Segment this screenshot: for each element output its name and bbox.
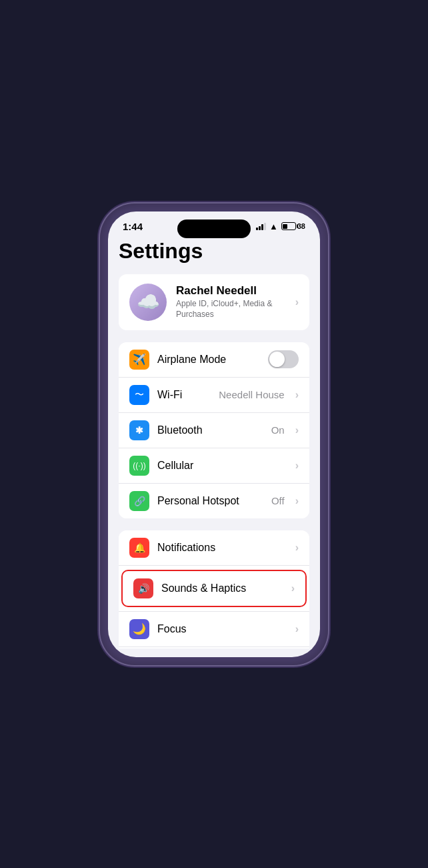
bluetooth-label: Bluetooth <box>157 424 263 436</box>
hotspot-row[interactable]: 🔗 Personal Hotspot Off › <box>119 484 309 518</box>
profile-row[interactable]: ☁️ Rachel Needell Apple ID, iCloud+, Med… <box>119 274 309 330</box>
bluetooth-row[interactable]: ✱ Bluetooth On › <box>119 413 309 448</box>
profile-name: Rachel Needell <box>176 284 286 298</box>
wifi-row[interactable]: 〜 Wi-Fi Needell House › <box>119 378 309 413</box>
toggle-thumb <box>269 352 285 367</box>
focus-label: Focus <box>157 623 287 635</box>
wifi-value: Needell House <box>219 389 284 400</box>
page-title: Settings <box>119 236 309 264</box>
airplane-mode-label: Airplane Mode <box>157 354 260 366</box>
status-time: 1:44 <box>123 221 143 232</box>
focus-row[interactable]: 🌙 Focus › <box>119 612 309 647</box>
battery-icon <box>281 222 296 230</box>
sounds-haptics-icon: 🔊 <box>133 578 153 598</box>
airplane-mode-row[interactable]: ✈️ Airplane Mode <box>119 342 309 378</box>
cellular-row[interactable]: ((·)) Cellular › <box>119 448 309 484</box>
phone-frame: 1:44 ▲ 38 Settings <box>100 203 328 665</box>
notifications-chevron-icon: › <box>295 542 299 554</box>
airplane-mode-icon: ✈️ <box>129 350 149 370</box>
notifications-icon: 🔔 <box>129 538 149 558</box>
sounds-haptics-label: Sounds & Haptics <box>161 582 283 594</box>
cellular-label: Cellular <box>157 460 287 472</box>
cellular-icon: ((·)) <box>129 456 149 476</box>
avatar: ☁️ <box>129 284 167 321</box>
bluetooth-value: On <box>271 424 285 436</box>
profile-info: Rachel Needell Apple ID, iCloud+, Media … <box>176 284 286 320</box>
sounds-haptics-row[interactable]: 🔊 Sounds & Haptics › <box>121 570 307 607</box>
battery-percentage: 38 <box>297 222 305 230</box>
profile-chevron-icon: › <box>295 296 299 308</box>
wifi-status-icon: ▲ <box>269 222 278 232</box>
phone-screen: 1:44 ▲ 38 Settings <box>108 211 320 657</box>
wifi-chevron-icon: › <box>295 389 299 401</box>
hotspot-label: Personal Hotspot <box>157 495 263 507</box>
bluetooth-icon: ✱ <box>129 420 149 440</box>
status-icons: ▲ 38 <box>256 222 305 232</box>
sounds-haptics-chevron-icon: › <box>291 582 295 594</box>
profile-card[interactable]: ☁️ Rachel Needell Apple ID, iCloud+, Med… <box>119 274 309 330</box>
notifications-row[interactable]: 🔔 Notifications › <box>119 530 309 566</box>
cellular-chevron-icon: › <box>295 460 299 472</box>
hotspot-icon: 🔗 <box>129 491 149 511</box>
network-section: ✈️ Airplane Mode 〜 Wi-Fi Needell House ›… <box>119 342 309 518</box>
settings-section-1: 🔔 Notifications › 🔊 Sounds & Haptics › 🌙… <box>119 530 309 648</box>
wifi-icon: 〜 <box>129 385 149 405</box>
battery-indicator: 38 <box>281 222 305 230</box>
profile-subtitle: Apple ID, iCloud+, Media & Purchases <box>176 299 286 320</box>
wifi-label: Wi-Fi <box>157 389 211 401</box>
dynamic-island <box>177 220 251 238</box>
focus-chevron-icon: › <box>295 623 299 635</box>
screen-time-row[interactable]: ⏳ Screen Time › <box>119 647 309 648</box>
focus-icon: 🌙 <box>129 619 149 639</box>
bluetooth-chevron-icon: › <box>295 424 299 436</box>
signal-bars-icon <box>256 222 266 230</box>
hotspot-chevron-icon: › <box>295 495 299 507</box>
airplane-mode-toggle[interactable] <box>268 350 299 368</box>
hotspot-value: Off <box>271 495 285 506</box>
notifications-label: Notifications <box>157 542 287 554</box>
content-area: Settings ☁️ Rachel Needell Apple ID, iCl… <box>108 236 320 648</box>
